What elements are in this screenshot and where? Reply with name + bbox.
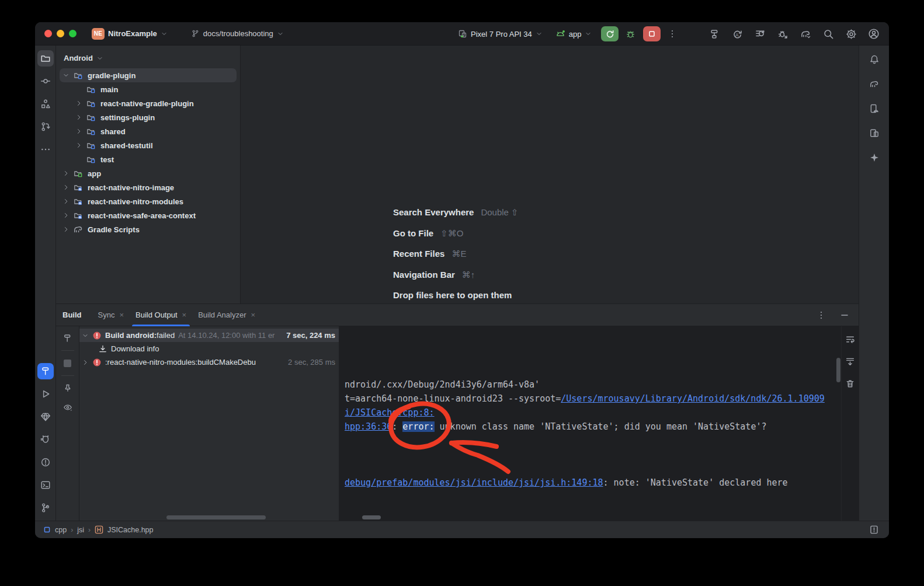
console-vertical-scrollbar[interactable] (836, 358, 840, 382)
chevron-down-icon[interactable] (79, 332, 91, 339)
console-link[interactable]: /Users/mrousavy/Library/Android/sdk/ndk/… (561, 393, 825, 404)
more-tools-icon[interactable] (37, 141, 54, 158)
tree-item-shared[interactable]: shared (60, 124, 237, 138)
console-line: hpp:36:36: error: unknown class name 'NT… (345, 420, 835, 434)
terminal-icon[interactable] (37, 477, 54, 493)
tree-item-react-native-nitro-image[interactable]: react-native-nitro-image (60, 180, 237, 194)
soft-wrap-icon[interactable] (843, 332, 857, 346)
tree-item-label: app (88, 169, 101, 178)
tree-item-react-native-safe-area-context[interactable]: react-native-safe-area-context (60, 208, 237, 222)
structure-icon[interactable] (37, 96, 54, 112)
rerun-build-icon[interactable] (61, 331, 75, 345)
rerun-app-button[interactable] (601, 26, 619, 41)
chevron-right-icon[interactable] (60, 184, 72, 191)
stop-app-button[interactable] (643, 26, 661, 41)
device-selector[interactable]: Pixel 7 Pro API 34 (458, 29, 543, 39)
header-file-icon (95, 525, 103, 534)
attach-debugger-icon[interactable] (776, 27, 790, 41)
tree-item-react-native-gradle-plugin[interactable]: react-native-gradle-plugin (60, 96, 237, 110)
module-folder-icon (72, 71, 84, 80)
tree-item-shared-testutil[interactable]: shared-testutil (60, 138, 237, 152)
search-icon[interactable] (821, 27, 835, 41)
tab-build-analyzer[interactable]: Build Analyzer× (192, 304, 261, 326)
tab-sync[interactable]: Sync× (92, 304, 130, 326)
more-run-options-icon[interactable] (665, 27, 679, 41)
console-link[interactable]: debug/prefab/modules/jsi/include/jsi/jsi… (345, 477, 603, 488)
tree-item-test[interactable]: test (60, 152, 237, 166)
close-window-button[interactable] (44, 30, 52, 37)
zoom-window-button[interactable] (69, 30, 77, 37)
run-icon[interactable] (37, 386, 54, 402)
chevron-right-icon[interactable] (72, 100, 85, 107)
breadcrumb-item[interactable]: JSICache.hpp (107, 526, 154, 534)
close-tab-icon[interactable]: × (119, 311, 124, 319)
tab-build-output[interactable]: Build Output× (130, 304, 192, 326)
gradle-sync-icon[interactable] (798, 27, 812, 41)
logcat-icon[interactable] (37, 431, 54, 448)
chevron-right-icon[interactable] (60, 170, 72, 177)
clear-all-icon[interactable] (843, 376, 857, 390)
version-control-icon[interactable] (37, 500, 54, 516)
project-folder-icon[interactable] (37, 50, 54, 67)
build-tree-row[interactable]: Build android: failedAt 14.10.24, 12:00 … (79, 329, 339, 342)
device-manager-icon[interactable] (866, 100, 883, 117)
branch-widget[interactable]: docs/troubleshooting (191, 29, 284, 38)
run-config-selector[interactable]: app (555, 29, 592, 39)
tree-item-react-native-nitro-modules[interactable]: react-native-nitro-modules (60, 194, 237, 208)
tree-item-app[interactable]: app (60, 166, 237, 180)
chevron-right-icon[interactable] (79, 359, 91, 366)
console-link[interactable]: i/JSICache.cpp:8: (345, 407, 435, 418)
pull-requests-icon[interactable] (37, 118, 54, 135)
build-icon[interactable] (37, 363, 54, 379)
account-icon[interactable] (867, 27, 881, 41)
chevron-right-icon[interactable] (72, 128, 85, 135)
scroll-to-end-icon[interactable] (843, 354, 857, 368)
console-text: : (392, 421, 402, 432)
project-view-selector[interactable]: Android (56, 51, 240, 68)
console-text: unknown class name 'NTativeState'; did y… (435, 421, 767, 432)
build-tree-row[interactable]: :react-native-nitro-modules:buildCMakeDe… (79, 355, 339, 369)
console-link[interactable]: hpp:36:36 (345, 421, 392, 432)
gemini-sparkle-icon[interactable] (866, 149, 883, 166)
build-panel-title: Build (62, 311, 82, 319)
notifications-bell-icon[interactable] (866, 51, 883, 68)
close-tab-icon[interactable]: × (182, 311, 187, 319)
build-hammer-icon[interactable] (707, 27, 721, 41)
chevron-right-icon[interactable] (60, 212, 72, 219)
gem-icon[interactable] (37, 409, 54, 425)
tree-item-label: main (100, 85, 118, 94)
breadcrumb-item[interactable]: cpp (55, 526, 67, 534)
chevron-right-icon[interactable] (60, 226, 72, 233)
running-devices-icon[interactable] (866, 125, 883, 141)
build-row-label: :react-native-nitro-modules:buildCMakeDe… (105, 358, 256, 367)
close-tab-icon[interactable]: × (251, 311, 256, 319)
gradle-icon[interactable] (866, 76, 883, 92)
chevron-right-icon[interactable] (72, 114, 85, 121)
apply-changes-icon[interactable]: A (730, 27, 744, 41)
breadcrumb-item[interactable]: jsi (77, 526, 84, 534)
book-icon[interactable] (867, 523, 881, 537)
minimize-window-button[interactable] (57, 30, 64, 37)
title-bar: NE NitroExample docs/troubleshooting Pix… (35, 22, 889, 46)
hide-icon[interactable] (838, 308, 852, 322)
pin-icon[interactable] (61, 381, 75, 395)
tree-item-gradle-plugin[interactable]: gradle-plugin (60, 68, 237, 82)
more-options-icon[interactable] (814, 308, 828, 322)
restart-list-icon[interactable] (753, 27, 767, 41)
settings-icon[interactable] (844, 27, 858, 41)
chevron-right-icon[interactable] (60, 198, 72, 205)
chevron-right-icon[interactable] (72, 142, 85, 149)
console-horizontal-scrollbar[interactable] (362, 515, 381, 519)
tree-item-settings-plugin[interactable]: settings-plugin (60, 110, 237, 124)
tree-item-label: gradle-plugin (88, 71, 136, 80)
debug-app-button[interactable] (623, 27, 637, 41)
view-options-icon[interactable] (61, 400, 75, 414)
tree-horizontal-scrollbar[interactable] (166, 515, 266, 519)
commit-icon[interactable] (37, 73, 54, 89)
problems-icon[interactable] (37, 454, 54, 470)
tree-item-main[interactable]: main (60, 82, 237, 96)
chevron-down-icon[interactable] (60, 72, 72, 79)
build-tree-row[interactable]: Download info (79, 342, 339, 355)
tree-item-Gradle Scripts[interactable]: Gradle Scripts (60, 222, 237, 236)
project-widget[interactable]: NE NitroExample (92, 28, 168, 40)
